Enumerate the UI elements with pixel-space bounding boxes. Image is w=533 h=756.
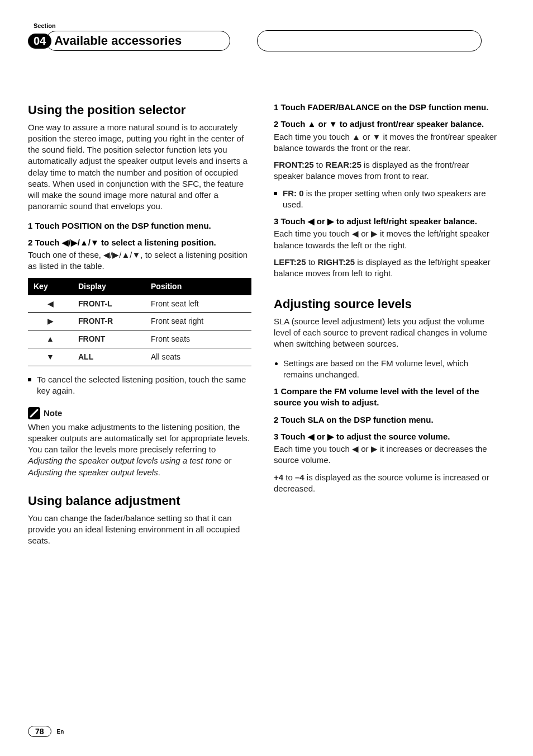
heading-balance: Using balance adjustment — [28, 493, 251, 509]
rear25: REAR:25 — [326, 160, 361, 169]
bullet-text: To cancel the selected listening positio… — [37, 374, 251, 397]
to: to — [283, 472, 295, 482]
para-sla-intro: SLA (source level adjustment) lets you a… — [274, 316, 497, 350]
front25: FRONT:25 — [274, 160, 314, 169]
footer: 78 En — [28, 726, 64, 737]
note-label: Note — [44, 408, 62, 419]
square-bullet-icon — [274, 192, 277, 195]
note-text: When you make adjustments to the listeni… — [28, 422, 251, 478]
cell-display: FRONT-L — [73, 295, 145, 313]
note-text-e: . — [158, 467, 160, 477]
sla-range: +4 to –4 is displayed as the source volu… — [274, 472, 497, 495]
step-sla-1: 1 Compare the FM volume level with the l… — [274, 386, 497, 409]
para-balance-intro: You can change the fader/balance setting… — [28, 513, 251, 547]
heading-sla: Adjusting source levels — [274, 296, 497, 313]
step-sla-2: 2 Touch SLA on the DSP function menu. — [274, 414, 497, 426]
right25: RIGHT:25 — [317, 257, 355, 267]
step-fader-2-sub: Each time you touch ▲ or ▼ it moves the … — [274, 131, 497, 154]
cell-key: ▲ — [28, 330, 73, 348]
cell-position: Front seat right — [145, 313, 251, 330]
disc-bullet-icon — [275, 362, 278, 365]
left-column: Using the position selector One way to a… — [28, 102, 251, 554]
bullet-text: FR: 0 is the proper setting when only tw… — [283, 188, 497, 211]
frontrear-range: FRONT:25 to REAR:25 is displayed as the … — [274, 159, 497, 182]
th-key: Key — [28, 278, 73, 295]
to: to — [306, 257, 318, 267]
left25: LEFT:25 — [274, 257, 306, 267]
bullet-fr0: FR: 0 is the proper setting when only tw… — [274, 188, 497, 211]
plus4: +4 — [274, 472, 283, 482]
leftright-range: LEFT:25 to RIGHT:25 is displayed as the … — [274, 257, 497, 280]
bullet-sla-fm: Settings are based on the FM volume leve… — [275, 358, 497, 381]
heading-position-selector: Using the position selector — [28, 102, 251, 119]
cell-display: FRONT-R — [73, 313, 145, 330]
header-row: 04 Available accessories — [28, 30, 505, 51]
step-fader-2: 2 Touch ▲ or ▼ to adjust front/rear spea… — [274, 119, 497, 130]
section-number-badge: 04 — [28, 34, 51, 49]
page-number: 78 — [28, 726, 51, 737]
cell-key: ▼ — [28, 348, 73, 366]
fr0-b: is the proper setting when only two spea… — [283, 188, 486, 209]
range-tail: is displayed as the source volume is inc… — [274, 472, 489, 493]
step-position-1: 1 Touch POSITION on the DSP function men… — [28, 220, 251, 231]
to: to — [314, 160, 326, 169]
table-row: ▲ FRONT Front seats — [28, 330, 251, 348]
cell-position: Front seats — [145, 330, 251, 348]
table-row: ◀ FRONT-L Front seat left — [28, 295, 251, 313]
note-text-a: When you make adjustments to the listeni… — [28, 422, 250, 455]
bullet-cancel-position: To cancel the selected listening positio… — [28, 374, 251, 397]
step-fader-3-sub: Each time you touch ◀ or ▶ it moves the … — [274, 228, 497, 251]
note-text-d: Adjusting the speaker output levels — [28, 467, 158, 477]
table-row: ▶ FRONT-R Front seat right — [28, 313, 251, 330]
table-row: ▼ ALL All seats — [28, 348, 251, 366]
right-column: 1 Touch FADER/BALANCE on the DSP functio… — [274, 102, 497, 554]
cell-key: ▶ — [28, 313, 73, 330]
cell-position: Front seat left — [145, 295, 251, 313]
square-bullet-icon — [28, 378, 31, 381]
step-fader-3: 3 Touch ◀ or ▶ to adjust left/right spea… — [274, 216, 497, 227]
bullet-text: Settings are based on the FM volume leve… — [283, 358, 497, 381]
cell-position: All seats — [145, 348, 251, 366]
step-position-2-sub: Touch one of these, ◀/▶/▲/▼, to select a… — [28, 249, 251, 272]
minus4: –4 — [295, 472, 304, 482]
note-icon — [28, 407, 40, 419]
section-label: Section — [34, 22, 505, 29]
note-text-b: Adjusting the speaker output levels usin… — [28, 456, 222, 465]
note-text-c: or — [222, 456, 232, 465]
th-position: Position — [145, 278, 251, 295]
cell-display: FRONT — [73, 330, 145, 348]
header-empty-pill — [257, 30, 482, 51]
position-table: Key Display Position ◀ FRONT-L Front sea… — [28, 278, 251, 366]
para-position-intro: One way to assure a more natural sound i… — [28, 122, 251, 212]
note-header: Note — [28, 407, 251, 419]
fr0-a: FR: 0 — [283, 188, 304, 198]
step-sla-3: 3 Touch ◀ or ▶ to adjust the source volu… — [274, 431, 497, 442]
step-position-2: 2 Touch ◀/▶/▲/▼ to select a listening po… — [28, 237, 251, 248]
step-fader-1: 1 Touch FADER/BALANCE on the DSP functio… — [274, 102, 497, 113]
cell-key: ◀ — [28, 295, 73, 313]
th-display: Display — [73, 278, 145, 295]
step-sla-3-sub: Each time you touch ◀ or ▶ it increases … — [274, 443, 497, 466]
section-title-pill: Available accessories — [46, 31, 230, 51]
cell-display: ALL — [73, 348, 145, 366]
language-code: En — [57, 729, 64, 735]
